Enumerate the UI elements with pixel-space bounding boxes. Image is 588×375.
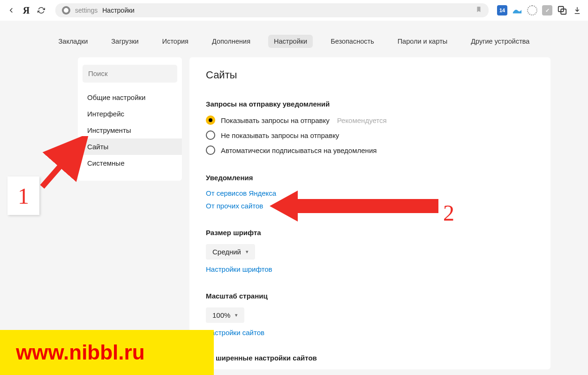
watermark-text: www.nibbl.ru xyxy=(16,341,145,364)
sidebar-item-general[interactable]: Общие настройки xyxy=(78,89,182,106)
radio-show-requests[interactable]: Показывать запросы на отправку Рекоменду… xyxy=(206,115,534,125)
radio-icon xyxy=(206,115,215,125)
tab-passwords[interactable]: Пароли и карты xyxy=(392,35,453,48)
advanced-settings-partial: ширенные настройки сайтов xyxy=(216,354,317,362)
chevron-down-icon: ▾ xyxy=(235,312,238,318)
link-site-settings[interactable]: Настройки сайтов xyxy=(206,329,534,337)
radio-label: Автоматически подписываться на уведомлен… xyxy=(221,146,377,154)
font-title: Размер шрифта xyxy=(206,229,534,237)
sidebar-item-interface[interactable]: Интерфейс xyxy=(78,106,182,122)
link-yandex-services[interactable]: От сервисов Яндекса xyxy=(206,189,534,197)
tab-downloads[interactable]: Загрузки xyxy=(106,35,144,48)
section-font-size: Размер шрифта Средний ▾ Настройки шрифто… xyxy=(206,229,534,273)
tab-settings[interactable]: Настройки xyxy=(268,35,313,48)
svg-point-0 xyxy=(64,8,68,13)
sidebar-item-sites[interactable]: Сайты xyxy=(78,138,182,155)
ext-icon-2[interactable] xyxy=(512,5,522,15)
notif-req-title: Запросы на отправку уведомлений xyxy=(206,100,534,108)
browser-toolbar: Я settings Настройки 14 ✓ xyxy=(0,0,588,21)
reload-button[interactable] xyxy=(36,5,47,16)
tab-devices[interactable]: Другие устройства xyxy=(465,35,535,48)
font-size-value: Средний xyxy=(212,248,241,256)
search-input[interactable] xyxy=(88,69,172,77)
address-title: Настройки xyxy=(102,7,135,14)
settings-sidebar: Общие настройки Интерфейс Инструменты Са… xyxy=(78,57,182,181)
tab-bookmarks[interactable]: Закладки xyxy=(53,35,94,48)
tab-security[interactable]: Безопасность xyxy=(325,35,380,48)
sidebar-item-system[interactable]: Системные xyxy=(78,155,182,171)
section-notifications: Уведомления От сервисов Яндекса От прочи… xyxy=(206,174,534,210)
tab-extensions[interactable]: Дополнения xyxy=(206,35,256,48)
zoom-title: Масштаб страниц xyxy=(206,292,534,300)
content-area: Общие настройки Интерфейс Инструменты Са… xyxy=(0,57,588,369)
ext-icon-4[interactable]: ✓ xyxy=(542,5,552,15)
link-font-settings[interactable]: Настройки шрифтов xyxy=(206,265,534,273)
main-panel: Сайты Запросы на отправку уведомлений По… xyxy=(189,57,550,369)
page-title: Сайты xyxy=(206,69,534,81)
ext-icon-1[interactable]: 14 xyxy=(497,5,507,15)
chevron-down-icon: ▾ xyxy=(246,249,249,255)
radio-icon xyxy=(206,130,215,140)
section-notif-requests: Запросы на отправку уведомлений Показыва… xyxy=(206,100,534,155)
annotation-box-1: 1 xyxy=(8,176,39,215)
link-other-sites[interactable]: От прочих сайтов xyxy=(206,202,534,210)
settings-tabs: Закладки Загрузки История Дополнения Нас… xyxy=(0,21,588,57)
sidebar-item-tools[interactable]: Инструменты xyxy=(78,122,182,138)
yandex-logo[interactable]: Я xyxy=(21,5,32,16)
address-prefix: settings xyxy=(75,7,98,14)
download-icon[interactable] xyxy=(572,5,582,15)
address-bar[interactable]: settings Настройки xyxy=(55,3,489,17)
section-zoom: Масштаб страниц 100% ▾ Настройки сайтов xyxy=(206,292,534,337)
radio-label: Показывать запросы на отправку xyxy=(221,116,330,124)
bookmark-icon[interactable] xyxy=(475,6,482,15)
tab-history[interactable]: История xyxy=(157,35,194,48)
back-button[interactable] xyxy=(6,5,17,16)
notif-title: Уведомления xyxy=(206,174,534,182)
watermark-box: www.nibbl.ru xyxy=(0,330,214,375)
ext-icon-3[interactable] xyxy=(527,5,537,15)
toolbar-extensions: 14 ✓ xyxy=(497,5,582,15)
sidebar-search[interactable] xyxy=(83,65,177,83)
annotation-number-2: 2 xyxy=(443,200,454,226)
annotation-number-1: 1 xyxy=(18,183,29,209)
font-size-select[interactable]: Средний ▾ xyxy=(206,244,255,260)
ext-icon-5[interactable] xyxy=(557,5,567,15)
site-icon xyxy=(62,6,70,15)
radio-hide-requests[interactable]: Не показывать запросы на отправку xyxy=(206,130,534,140)
radio-auto-subscribe[interactable]: Автоматически подписываться на уведомлен… xyxy=(206,145,534,155)
zoom-value: 100% xyxy=(212,311,230,319)
recommended-label: Рекомендуется xyxy=(337,116,387,124)
radio-label: Не показывать запросы на отправку xyxy=(221,131,339,139)
radio-icon xyxy=(206,145,215,155)
zoom-select[interactable]: 100% ▾ xyxy=(206,307,244,323)
